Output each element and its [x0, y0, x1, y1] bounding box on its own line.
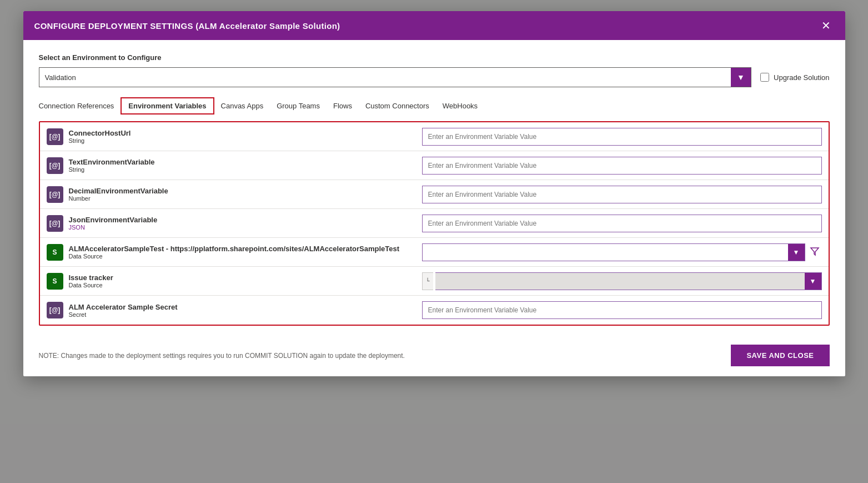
- env-dropdown-button[interactable]: ▼: [731, 68, 751, 87]
- tab-connection-references[interactable]: Connection References: [39, 98, 121, 113]
- var-name: JsonEnvironmentVariable: [69, 216, 158, 224]
- table-row: [@] JsonEnvironmentVariable JSON: [40, 209, 829, 238]
- alm-sample-dropdown-button[interactable]: ▼: [788, 244, 805, 261]
- modal: CONFIGURE DEPLOYMENT SETTINGS (ALM Accel…: [23, 11, 845, 376]
- issue-tracker-input[interactable]: [435, 273, 805, 290]
- var-info: ALMAcceleratorSampleTest - https://pplat…: [69, 245, 400, 260]
- tab-flows[interactable]: Flows: [327, 98, 359, 113]
- tabs-bar: Connection References Environment Variab…: [39, 97, 830, 114]
- chevron-down-icon: ▼: [737, 73, 745, 82]
- modal-footer: NOTE: Changes made to the deployment set…: [23, 335, 845, 376]
- var-name: Issue tracker: [69, 273, 113, 282]
- var-row-right: ▼: [418, 239, 829, 266]
- var-row-left: [@] TextEnvironmentVariable String: [40, 153, 418, 178]
- var-row-left: [@] ALM Accelerator Sample Secret Secret: [40, 297, 418, 323]
- modal-overlay: CONFIGURE DEPLOYMENT SETTINGS (ALM Accel…: [0, 0, 868, 483]
- modal-header: CONFIGURE DEPLOYMENT SETTINGS (ALM Accel…: [23, 11, 845, 40]
- env-select-label: Select an Environment to Configure: [39, 53, 830, 62]
- svg-marker-0: [811, 248, 819, 255]
- var-type: Data Source: [69, 282, 113, 288]
- table-row: S Issue tracker Data Source └ ▼: [40, 267, 829, 296]
- var-info: Issue tracker Data Source: [69, 273, 113, 288]
- table-row: [@] DecimalEnvironmentVariable Number: [40, 180, 829, 209]
- env-select-row: ▼ Upgrade Solution: [39, 67, 830, 87]
- var-name: ConnectorHostUrl: [69, 129, 131, 137]
- decimal-env-variable-input[interactable]: [422, 186, 822, 203]
- var-row-right: [418, 123, 829, 150]
- var-name: TextEnvironmentVariable: [69, 158, 155, 166]
- var-info: TextEnvironmentVariable String: [69, 158, 155, 173]
- chevron-down-icon: ▼: [793, 248, 800, 256]
- tab-group-teams[interactable]: Group Teams: [270, 98, 327, 113]
- variables-container: [@] ConnectorHostUrl String [@]: [39, 121, 830, 326]
- table-row: [@] TextEnvironmentVariable String: [40, 151, 829, 180]
- sharepoint-issue-icon: S: [47, 273, 63, 290]
- env-dropdown-wrapper: ▼: [39, 67, 752, 87]
- env-variable-icon: [@]: [47, 186, 63, 203]
- tab-webhooks[interactable]: WebHooks: [436, 98, 484, 113]
- var-name: ALMAcceleratorSampleTest - https://pplat…: [69, 245, 400, 253]
- var-row-right: [418, 210, 829, 237]
- table-row: [@] ALM Accelerator Sample Secret Secret: [40, 296, 829, 325]
- upgrade-solution-checkbox[interactable]: [760, 73, 769, 82]
- var-row-right: [418, 152, 829, 179]
- json-env-variable-input[interactable]: [422, 215, 822, 232]
- tab-canvas-apps[interactable]: Canvas Apps: [214, 98, 270, 113]
- var-type: String: [69, 166, 155, 173]
- env-variable-icon: [@]: [47, 157, 63, 174]
- var-info: DecimalEnvironmentVariable Number: [69, 187, 168, 202]
- var-type: Secret: [69, 311, 178, 318]
- connector-host-url-input[interactable]: [422, 128, 822, 146]
- alm-sample-dropdown: ▼: [422, 243, 805, 261]
- var-info: ConnectorHostUrl String: [69, 129, 131, 144]
- var-row-left: S ALMAcceleratorSampleTest - https://ppl…: [40, 240, 418, 265]
- secret-input[interactable]: [422, 301, 822, 319]
- modal-title: CONFIGURE DEPLOYMENT SETTINGS (ALM Accel…: [34, 21, 340, 31]
- var-row-left: S Issue tracker Data Source: [40, 268, 418, 294]
- sharepoint-icon: S: [47, 244, 63, 261]
- save-close-button[interactable]: SAVE AND CLOSE: [731, 345, 829, 366]
- filter-icon[interactable]: [807, 245, 822, 260]
- footer-note: NOTE: Changes made to the deployment set…: [39, 352, 405, 360]
- var-info: JsonEnvironmentVariable JSON: [69, 216, 158, 231]
- var-row-left: [@] ConnectorHostUrl String: [40, 124, 418, 150]
- text-env-variable-input[interactable]: [422, 157, 822, 175]
- var-name: DecimalEnvironmentVariable: [69, 187, 168, 195]
- env-variable-icon: [@]: [47, 302, 63, 318]
- table-row: S ALMAcceleratorSampleTest - https://ppl…: [40, 238, 829, 267]
- tab-custom-connectors[interactable]: Custom Connectors: [359, 98, 436, 113]
- var-info: ALM Accelerator Sample Secret Secret: [69, 303, 178, 318]
- var-name: ALM Accelerator Sample Secret: [69, 303, 178, 311]
- var-type: Data Source: [69, 253, 400, 260]
- chevron-down-icon: ▼: [810, 277, 816, 285]
- var-row-left: [@] DecimalEnvironmentVariable Number: [40, 182, 418, 207]
- tab-environment-variables[interactable]: Environment Variables: [121, 97, 214, 114]
- env-dropdown-input[interactable]: [39, 68, 731, 87]
- dropdown-left-indicator: └: [422, 272, 433, 290]
- alm-sample-input[interactable]: [423, 244, 788, 261]
- var-type: JSON: [69, 224, 158, 231]
- var-row-left: [@] JsonEnvironmentVariable JSON: [40, 211, 418, 236]
- var-type: String: [69, 137, 131, 144]
- var-row-right: [418, 297, 829, 323]
- var-row-right: └ ▼: [418, 268, 829, 295]
- issue-tracker-dropdown: ▼: [435, 272, 822, 290]
- issue-tracker-dropdown-button[interactable]: ▼: [805, 273, 821, 290]
- env-variable-icon: [@]: [47, 215, 63, 232]
- upgrade-solution-label: Upgrade Solution: [774, 73, 829, 82]
- var-row-right: [418, 181, 829, 208]
- env-variable-icon: [@]: [47, 128, 63, 145]
- table-row: [@] ConnectorHostUrl String: [40, 122, 829, 151]
- close-button[interactable]: ✕: [818, 19, 834, 32]
- var-type: Number: [69, 195, 168, 202]
- upgrade-solution-wrapper: Upgrade Solution: [760, 73, 829, 82]
- modal-body: Select an Environment to Configure ▼ Upg…: [23, 40, 845, 335]
